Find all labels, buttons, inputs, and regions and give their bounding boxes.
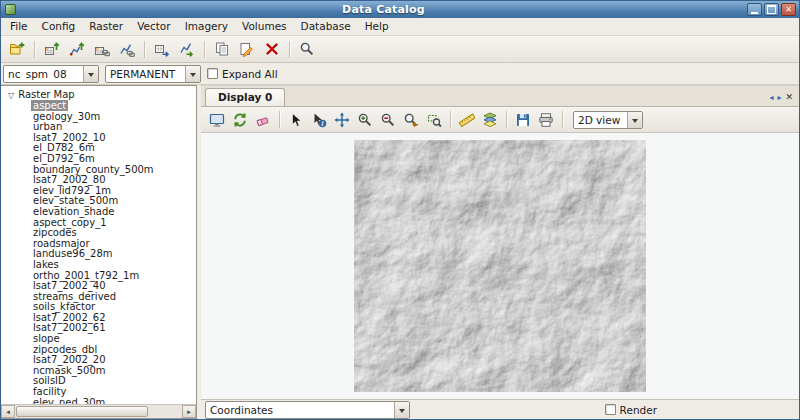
delete-map-button[interactable]	[260, 38, 284, 61]
render-map-button[interactable]	[229, 109, 251, 131]
tree-item-label: slope	[31, 333, 62, 344]
menu-database[interactable]: Database	[294, 18, 358, 35]
pan-button[interactable]	[331, 109, 353, 131]
pointer-button[interactable]	[285, 109, 307, 131]
render-checkbox[interactable]: Render	[605, 404, 657, 416]
save-display-button[interactable]	[512, 109, 534, 131]
tree-item-el_D792_6m[interactable]: el_D792_6m	[1, 154, 196, 165]
menu-vector[interactable]: Vector	[130, 18, 177, 35]
display-map-button[interactable]	[206, 109, 228, 131]
erase-display-icon	[255, 112, 271, 128]
overlay-icon	[482, 112, 498, 128]
menu-imagery[interactable]: Imagery	[178, 18, 235, 35]
toolbar-separator	[506, 111, 507, 128]
measure-icon	[459, 112, 475, 128]
tree-items: aspectgeology_30murbanlsat7_2002_10el_D7…	[1, 101, 196, 404]
display-toolbar-icons: i	[206, 109, 567, 131]
checkbox-icon[interactable]	[207, 68, 218, 79]
rename-map-button[interactable]	[235, 38, 259, 61]
menu-config[interactable]: Config	[35, 18, 83, 35]
tree-item-label: el_D792_6m	[31, 153, 97, 164]
zoom-in-button[interactable]	[354, 109, 376, 131]
zoom-out-button[interactable]	[377, 109, 399, 131]
tree-item-lakes[interactable]: lakes	[1, 260, 196, 271]
toolbar-separator	[34, 41, 35, 58]
zoom-extent-button[interactable]	[423, 109, 445, 131]
menubar: FileConfigRasterVectorImageryVolumesData…	[1, 18, 799, 36]
chevron-down-icon[interactable]	[627, 112, 642, 128]
scroll-right-button[interactable]	[182, 405, 196, 418]
tab-display-0[interactable]: Display 0	[205, 88, 285, 106]
tab-label: Display 0	[218, 91, 272, 103]
view-mode-combo[interactable]: 2D view	[573, 111, 643, 129]
vector-export-button[interactable]	[175, 38, 199, 61]
chevron-down-icon[interactable]	[83, 66, 98, 82]
main-area: Raster Map aspectgeology_30murbanlsat7_2…	[1, 85, 799, 419]
expander-open-icon[interactable]	[8, 89, 14, 100]
statusbar: Coordinates Render	[201, 399, 799, 419]
chevron-down-icon[interactable]	[394, 402, 409, 418]
expand-all-checkbox[interactable]: Expand All	[207, 68, 278, 80]
menu-file[interactable]: File	[3, 18, 35, 35]
menu-volumes[interactable]: Volumes	[235, 18, 294, 35]
raster-export-button[interactable]	[150, 38, 174, 61]
tree-item-label: elev_state_500m	[31, 195, 120, 206]
scroll-left-button[interactable]	[1, 405, 15, 418]
display-map-icon	[209, 112, 225, 128]
import-vector-icon	[69, 41, 85, 57]
print-button[interactable]	[535, 109, 557, 131]
delete-map-icon	[264, 41, 280, 57]
maximize-button[interactable]	[764, 3, 779, 16]
minimize-button[interactable]	[747, 3, 762, 16]
scrollbar-track[interactable]	[16, 406, 181, 417]
tree-item-elevation_shade[interactable]: elevation_shade	[1, 207, 196, 218]
copy-map-button[interactable]	[210, 38, 234, 61]
pointer-icon	[288, 112, 304, 128]
toolbar-separator	[144, 41, 145, 58]
tab-scroll-left-icon[interactable]: ◂	[769, 94, 773, 102]
tree-item-label: zipcodes	[31, 227, 79, 238]
new-grassdb-icon	[9, 41, 25, 57]
tree-hscrollbar[interactable]	[1, 404, 196, 418]
menu-raster[interactable]: Raster	[82, 18, 130, 35]
tab-scroll-right-icon[interactable]: ▸	[777, 94, 781, 102]
tree-item-label: lsat7_2002_61	[31, 322, 108, 333]
tree-item-aspect[interactable]: aspect	[1, 101, 196, 112]
checkbox-icon[interactable]	[605, 404, 616, 415]
chevron-down-icon[interactable]	[185, 66, 200, 82]
overlay-button[interactable]	[479, 109, 501, 131]
tree-item-label: elevation_shade	[31, 206, 116, 217]
tree-item-label: landuse96_28m	[31, 248, 114, 259]
vector-link-button[interactable]	[115, 38, 139, 61]
location-combo[interactable]: nc_spm_08	[3, 65, 99, 83]
new-grassdb-button[interactable]	[5, 38, 29, 61]
menu-help[interactable]: Help	[358, 18, 396, 35]
view-mode-value: 2D view	[574, 114, 627, 126]
measure-button[interactable]	[456, 109, 478, 131]
toolbar-separator	[204, 41, 205, 58]
map-display-area[interactable]	[201, 133, 799, 399]
import-raster-button[interactable]	[40, 38, 64, 61]
tree-item-label: soilsID	[31, 375, 68, 386]
scrollbar-thumb[interactable]	[16, 406, 148, 417]
close-button[interactable]	[781, 3, 796, 16]
raster-link-button[interactable]	[90, 38, 114, 61]
titlebar[interactable]: Data Catalog	[1, 1, 799, 18]
query-button[interactable]: i	[308, 109, 330, 131]
expand-all-label: Expand All	[222, 68, 278, 80]
display-tabbar: Display 0 ◂ ▸ ✕	[201, 86, 799, 107]
catalog-toolbar	[1, 36, 799, 63]
import-vector-button[interactable]	[65, 38, 89, 61]
search-button[interactable]	[295, 38, 319, 61]
raster-export-icon	[154, 41, 170, 57]
tree-item-label: ncmask_500m	[31, 365, 108, 376]
zoom-back-button[interactable]	[400, 109, 422, 131]
tree-item-label: roadsmajor	[31, 238, 92, 249]
erase-display-button[interactable]	[252, 109, 274, 131]
statusbar-mode-combo[interactable]: Coordinates	[205, 401, 410, 419]
mapset-combo[interactable]: PERMANENT	[105, 65, 201, 83]
tab-close-icon[interactable]: ✕	[785, 93, 793, 102]
save-display-icon	[515, 112, 531, 128]
statusbar-mode-value: Coordinates	[206, 404, 394, 416]
window-title: Data Catalog	[20, 3, 747, 16]
